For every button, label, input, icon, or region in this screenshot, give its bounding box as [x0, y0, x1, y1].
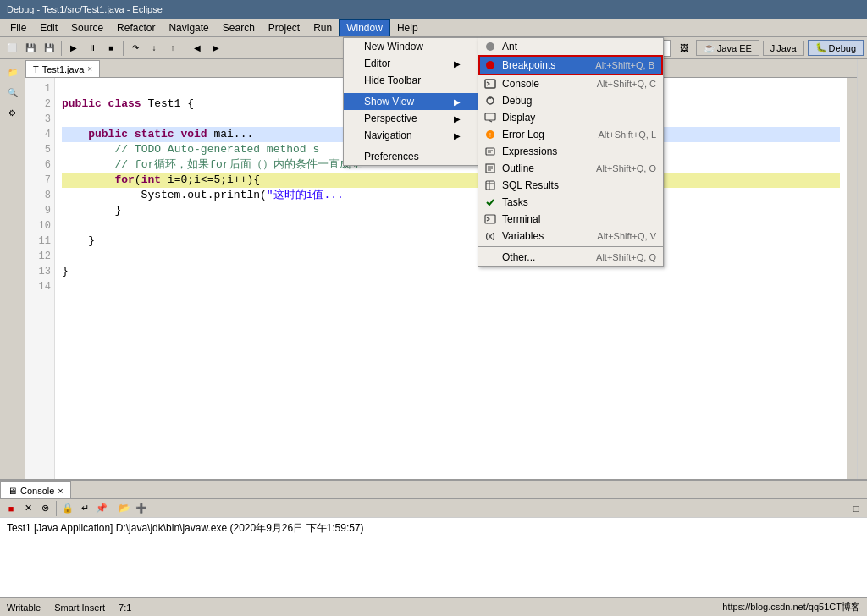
code-line-8: System.out.println("这时的i值... — [62, 188, 840, 203]
sv-variables[interactable]: (x) Variables Alt+Shift+Q, V — [478, 228, 663, 245]
new-window-item[interactable]: New Window — [344, 38, 478, 55]
sv-console[interactable]: Console Alt+Shift+Q, C — [478, 75, 663, 92]
save-btn[interactable]: 💾 — [22, 40, 39, 57]
sv-outline[interactable]: Outline Alt+Shift+Q, O — [478, 160, 663, 177]
hide-toolbar-item[interactable]: Hide Toolbar — [344, 72, 478, 89]
sv-outline-label: Outline — [502, 162, 534, 174]
window-sep2 — [344, 146, 478, 146]
title-text: Debug - Test1/src/Test1.java - Eclipse — [7, 4, 163, 14]
sv-sqlresults[interactable]: SQL Results — [478, 177, 663, 194]
perspective-arrow: ▶ — [454, 114, 461, 124]
debug-btn[interactable]: 🐛 Debug — [808, 40, 864, 56]
tab-close[interactable]: × — [87, 64, 92, 74]
new-console-btn[interactable]: ➕ — [134, 501, 149, 516]
code-line-7: for(int i=0;i<=5;i++){ — [62, 173, 840, 188]
maximize-console-btn[interactable]: □ — [848, 501, 864, 516]
editor-tab-test1[interactable]: T Test1.java × — [25, 60, 100, 77]
sv-variables-label: Variables — [502, 230, 544, 242]
sv-debug[interactable]: Debug — [478, 92, 663, 109]
svg-point-1 — [486, 61, 494, 69]
step-over-btn[interactable]: ↷ — [127, 40, 144, 57]
sv-other-label: Other... — [502, 251, 535, 263]
sv-breakpoints-shortcut: Alt+Shift+Q, B — [595, 60, 654, 70]
status-writable: Writable — [7, 602, 41, 613]
menu-run[interactable]: Run — [306, 20, 339, 36]
editor-item[interactable]: Editor ▶ — [344, 55, 478, 72]
menu-source[interactable]: Source — [64, 20, 110, 36]
step-into-btn[interactable]: ↓ — [146, 40, 163, 57]
breakpoints-icon — [483, 58, 497, 72]
console-tab[interactable]: 🖥 Console × — [0, 481, 71, 498]
preferences-item[interactable]: Preferences — [344, 148, 478, 165]
other-icon — [483, 250, 497, 264]
code-line-11: } — [62, 234, 840, 249]
errorlog-icon: ! — [483, 128, 497, 141]
sidebar-icon-1[interactable]: 📁 — [3, 63, 22, 81]
expressions-icon — [483, 145, 497, 158]
menu-navigate[interactable]: Navigate — [162, 20, 215, 36]
show-view-arrow: ▶ — [454, 97, 461, 107]
editor-arrow: ▶ — [454, 59, 461, 69]
perspective-label: Perspective — [364, 113, 417, 124]
sv-breakpoints[interactable]: Breakpoints Alt+Shift+Q, B — [478, 55, 663, 75]
console-tab-label: Console — [20, 486, 54, 496]
console-area: 🖥 Console × ■ ✕ ⊗ 🔒 ↵ 📌 📂 ➕ ─ □ Test1 [J… — [0, 479, 867, 597]
tasks-icon — [483, 195, 497, 209]
sv-terminal[interactable]: Terminal — [478, 211, 663, 228]
outline-icon — [483, 162, 497, 175]
menu-refactor[interactable]: Refactor — [110, 20, 162, 36]
sv-tasks[interactable]: Tasks — [478, 194, 663, 211]
java-ee-btn[interactable]: ☕ Java EE — [696, 40, 759, 56]
sqlresults-icon — [483, 179, 497, 192]
show-view-label: Show View — [364, 96, 414, 107]
debug-label: Debug — [829, 43, 856, 53]
sv-display[interactable]: Display — [478, 109, 663, 126]
console-status-text: Test1 [Java Application] D:\java\jdk\bin… — [7, 521, 860, 536]
console-tab-close[interactable]: × — [58, 486, 63, 496]
java-btn[interactable]: J Java — [763, 41, 804, 56]
pin-btn[interactable]: 📌 — [94, 501, 109, 516]
scroll-lock-btn[interactable]: 🔒 — [60, 501, 75, 516]
terminate-btn[interactable]: ■ — [3, 501, 19, 516]
menu-search[interactable]: Search — [216, 20, 262, 36]
show-view-item[interactable]: Show View ▶ — [344, 93, 478, 110]
navigation-label: Navigation — [364, 129, 412, 141]
perspective-item[interactable]: Perspective ▶ — [344, 110, 478, 127]
open-perspective-btn[interactable]: 🖼 — [676, 40, 693, 57]
tab-filename: Test1.java — [42, 64, 85, 74]
menu-edit[interactable]: Edit — [33, 20, 64, 36]
menu-file[interactable]: File — [3, 20, 33, 36]
svg-rect-9 — [486, 148, 494, 155]
right-sidebar — [857, 59, 867, 479]
tab-icon: T — [33, 64, 39, 74]
menu-window[interactable]: Window — [339, 19, 390, 36]
sv-expressions[interactable]: Expressions — [478, 143, 663, 160]
vertical-scrollbar[interactable] — [847, 78, 857, 479]
navigation-item[interactable]: Navigation ▶ — [344, 127, 478, 144]
minimize-console-btn[interactable]: ─ — [831, 501, 847, 516]
run-btn[interactable]: ▶ — [65, 40, 82, 57]
sv-other[interactable]: Other... Alt+Shift+Q, Q — [478, 249, 663, 266]
status-url: https://blog.csdn.net/qq51CT博客 — [722, 601, 860, 613]
sidebar-icon-2[interactable]: 🔍 — [3, 83, 22, 102]
sv-ant[interactable]: Ant — [478, 38, 663, 55]
open-console-btn[interactable]: 📂 — [117, 501, 132, 516]
menu-help[interactable]: Help — [390, 20, 425, 36]
word-wrap-btn[interactable]: ↵ — [77, 501, 92, 516]
back-btn[interactable]: ◀ — [189, 40, 206, 57]
stop-btn[interactable]: ■ — [102, 40, 119, 57]
menu-project[interactable]: Project — [262, 20, 306, 36]
sv-errorlog[interactable]: ! Error Log Alt+Shift+Q, L — [478, 126, 663, 143]
sv-breakpoints-label: Breakpoints — [502, 59, 555, 71]
sidebar-icon-3[interactable]: ⚙ — [3, 103, 22, 122]
new-btn[interactable]: ⬜ — [3, 40, 20, 57]
forward-btn[interactable]: ▶ — [207, 40, 224, 57]
pause-btn[interactable]: ⏸ — [84, 40, 101, 57]
sv-expressions-label: Expressions — [502, 146, 557, 157]
save-all-btn[interactable]: 💾 — [41, 40, 58, 57]
display-icon — [483, 111, 497, 124]
remove-btn[interactable]: ✕ — [20, 501, 36, 516]
step-out-btn[interactable]: ↑ — [164, 40, 181, 57]
remove-all-btn[interactable]: ⊗ — [37, 501, 52, 516]
console-toolbar: ■ ✕ ⊗ 🔒 ↵ 📌 📂 ➕ ─ □ — [0, 499, 867, 518]
